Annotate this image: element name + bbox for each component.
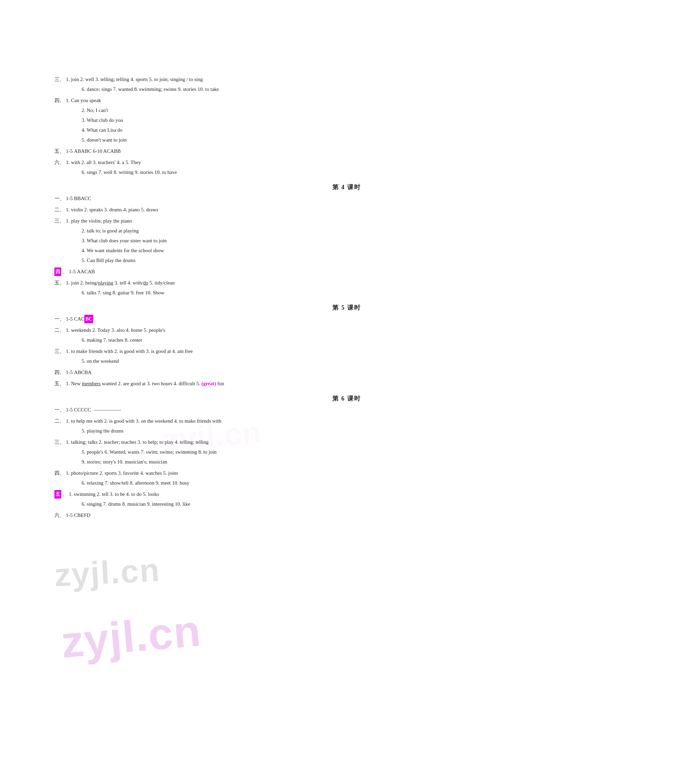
ke5-wu-label: 五、 <box>55 381 65 386</box>
ke5-title: 第 5 课时 <box>55 304 639 312</box>
ke4-yi-label: 一、 <box>55 196 65 201</box>
ke6-section-wu: 五 、 1. swimming 2. tell 3. to be 4. to d… <box>55 490 639 509</box>
section-liu: 六、 1. with 2. all 3. teachers' 4. a 5. T… <box>55 158 639 177</box>
ke6-wu-row2: 6. singing 7. drums 8. musician 9. inter… <box>55 499 639 509</box>
ke6-section-san: 三、 1. talking; talks 2. teacher; teaches… <box>55 438 639 467</box>
ke6-wu-dot: 、 <box>62 492 68 497</box>
ke5-section-wu: 五、 1. New members wanted 2. are good at … <box>55 379 639 388</box>
san-row1: 三、 1. join 2. well 3. telling; telling 4… <box>55 75 639 84</box>
section-wu: 五、 1-5 ABABC 6-10 ACABB <box>55 147 639 156</box>
ke6-san-row3: 9. stories; story's 10. musician's; musi… <box>55 457 639 467</box>
ke5-san-row1: 三、 1. to make friends with 2. is good wi… <box>55 347 639 356</box>
si-item4: 4. What can Lisa do <box>55 125 639 135</box>
ke5-yi-row: 一、 1-5 CACBC <box>55 315 639 324</box>
ke5-si-label: 四、 <box>55 369 65 375</box>
san-row2: 6. dance; sings 7. wanted 8. swimming; s… <box>55 85 639 94</box>
section-san: 三、 1. join 2. well 3. telling; telling 4… <box>55 75 639 94</box>
ke6-section-yi: 一、 1-5 CCCCC <box>55 405 639 415</box>
ke4-wu-row2: 6. talks 7. sing 8. guitar 9. free 10. S… <box>55 288 639 297</box>
si-item5: 5. doesn't want to join <box>55 135 639 145</box>
section-si: 四、 1. Can you speak 2. No; I can't 3. Wh… <box>55 96 639 145</box>
ke4-title: 第 4 课时 <box>55 183 639 191</box>
ke4-section-er: 二、 1. violin 2. speaks 3. drums 4. piano… <box>55 205 639 214</box>
ke4-san-label: 三、 <box>55 218 65 224</box>
liu-label: 六、 <box>55 160 65 165</box>
ke5-san-label: 三、 <box>55 349 65 354</box>
ke6-section-liu: 六、 1-5 CBEFD <box>55 511 639 520</box>
liu-row1: 六、 1. with 2. all 3. teachers' 4. a 5. T… <box>55 158 639 167</box>
ke5-yi-label: 一、 <box>55 316 65 322</box>
ke6-yi-row: 一、 1-5 CCCCC <box>55 405 639 415</box>
ke6-wu-row1: 五 、 1. swimming 2. tell 3. to be 4. to d… <box>55 490 639 499</box>
ke5-san-row2: 5. on the weekend <box>55 357 639 366</box>
si-item1: 四、 1. Can you speak <box>55 96 639 105</box>
ke4-si-dot: 、 <box>62 269 68 274</box>
ke4-section-wu: 五、 1. join 2. being/playing 3. tell 4. w… <box>55 279 639 297</box>
do-underline: do <box>143 280 148 285</box>
members-underline: members <box>82 381 101 386</box>
ke4-san-item4: 4. We want students for the school show <box>55 246 639 255</box>
ke5-section-yi: 一、 1-5 CACBC <box>55 315 639 324</box>
ke4-er-row: 二、 1. violin 2. speaks 3. drums 4. piano… <box>55 205 639 214</box>
ke5-section-san: 三、 1. to make friends with 2. is good wi… <box>55 347 639 366</box>
si-item2: 2. No; I can't <box>55 106 639 115</box>
ke6-section-er: 二、 1. to help me with 2. is good with 3.… <box>55 416 639 435</box>
ke6-si-label: 四、 <box>55 470 65 476</box>
ke4-er-label: 二、 <box>55 207 65 212</box>
ke4-si-pink-label: 四 <box>55 268 61 276</box>
ke6-title: 第 6 课时 <box>55 395 639 402</box>
si-label: 四、 <box>55 98 65 103</box>
ke6-section-si: 四、 1. photo/picture 2. sports 3. favorit… <box>55 469 639 488</box>
ke4-san-item1: 三、 1. play the violin; play the piano <box>55 216 639 225</box>
bottom-watermark: zyjl.cn <box>53 551 161 594</box>
ke5-er-label: 二、 <box>55 327 65 333</box>
ke4-section-yi: 一、 1-5 BBACC <box>55 194 639 203</box>
ke6-liu-row: 六、 1-5 CBEFD <box>55 511 639 520</box>
playing-underline: playing <box>98 280 113 285</box>
ke6-san-row2: 5. people's 6. Wanted; wants 7. swim; sw… <box>55 448 639 457</box>
ke4-san-item2: 2. talk to; is good at playing <box>55 226 639 235</box>
ke4-si-row: 四 、 1-5 AACAB <box>55 267 639 276</box>
ke6-er-row1: 二、 1. to help me with 2. is good with 3.… <box>55 416 639 426</box>
ke5-section-er: 二、 1. weekends 2. Today 3. also 4. home … <box>55 326 639 345</box>
wu-row: 五、 1-5 ABABC 6-10 ACABB <box>55 147 639 156</box>
bottom-watermark-area: zyjl.cn <box>55 554 639 612</box>
great-highlight: (great) <box>202 381 216 386</box>
ke6-yi-line <box>94 410 121 410</box>
ke6-er-row2: 5. playing the drums <box>55 426 639 435</box>
liu-row2: 6. sings 7. well 8. writing 9. stories 1… <box>55 168 639 177</box>
ke5-er-row2: 6. making 7. teaches 8. center <box>55 335 639 345</box>
ke6-yi-label: 一、 <box>55 407 65 412</box>
wu-label: 五、 <box>55 149 65 154</box>
ke5-bc-box: BC <box>84 315 93 323</box>
san-label: 三、 <box>55 77 65 82</box>
ke6-san-row1: 三、 1. talking; talks 2. teacher; teaches… <box>55 438 639 447</box>
ke6-wu-pink-label: 五 <box>55 490 61 499</box>
ke4-section-san: 三、 1. play the violin; play the piano 2.… <box>55 216 639 265</box>
ke4-wu-row1: 五、 1. join 2. being/playing 3. tell 4. w… <box>55 279 639 288</box>
ke4-section-si: 四 、 1-5 AACAB <box>55 267 639 276</box>
ke6-san-label: 三、 <box>55 439 65 445</box>
ke6-liu-label: 六、 <box>55 512 65 518</box>
ke5-si-row: 四、 1-5 ABCBA <box>55 368 639 377</box>
ke5-wu-row: 五、 1. New members wanted 2. are good at … <box>55 379 639 388</box>
ke4-san-item3: 3. What club does your sister want to jo… <box>55 236 639 245</box>
ke6-si-row2: 6. relaxing 7. show/tell 8. afternoon 9.… <box>55 479 639 488</box>
ke5-section-si: 四、 1-5 ABCBA <box>55 368 639 377</box>
ke6-er-label: 二、 <box>55 418 65 424</box>
ke4-yi-row: 一、 1-5 BBACC <box>55 194 639 203</box>
watermark-main: zyjl.cn <box>59 605 203 668</box>
ke4-wu-label: 五、 <box>55 280 65 285</box>
ke4-san-item5: 5. Can Bill play the drums <box>55 256 639 265</box>
si-item3: 3. What club do you <box>55 116 639 125</box>
ke6-si-row1: 四、 1. photo/picture 2. sports 3. favorit… <box>55 469 639 478</box>
ke5-er-row1: 二、 1. weekends 2. Today 3. also 4. home … <box>55 326 639 335</box>
